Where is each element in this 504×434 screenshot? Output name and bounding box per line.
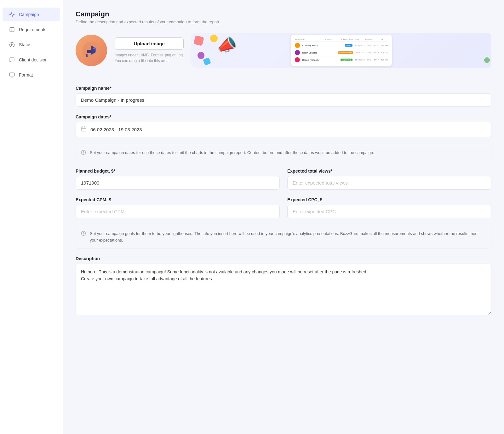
upload-section: Upload image Images under 10MB. Format .… — [76, 33, 491, 68]
expected-cpm-input[interactable] — [76, 205, 280, 218]
expected-views-label: Expected total views* — [287, 168, 491, 174]
svg-rect-6 — [10, 73, 14, 76]
deco-shape-2 — [198, 52, 204, 59]
expected-cpm-group: Expected CPM, $ — [76, 197, 280, 218]
status-icon — [9, 42, 15, 48]
svg-point-4 — [10, 43, 14, 47]
upload-area: Upload image Images under 10MB. Format .… — [115, 37, 184, 64]
expected-views-input[interactable] — [287, 176, 491, 190]
main-content: Campaign Define the description and expe… — [63, 0, 504, 434]
sidebar-item-campaign[interactable]: Campaign — [3, 8, 60, 21]
svg-rect-10 — [87, 50, 92, 54]
svg-rect-14 — [82, 127, 86, 131]
requirements-icon — [9, 26, 15, 33]
campaign-dates-value: 06.02.2023 - 19.03.2023 — [90, 127, 142, 132]
page-subtitle: Define the description and expected resu… — [76, 20, 491, 24]
preview-table: Influencer Status Last contact day Forma… — [291, 35, 392, 66]
sidebar-item-client-decision[interactable]: Client decision — [3, 53, 60, 67]
description-label: Description — [76, 256, 491, 261]
expected-cpc-label: Expected CPC, $ — [287, 197, 491, 202]
sidebar-item-format[interactable]: Format — [3, 68, 60, 82]
deco-shape-5 — [484, 57, 490, 63]
deco-shape-1 — [193, 35, 204, 46]
deco-shape-3 — [203, 57, 211, 66]
format-icon — [9, 72, 15, 78]
svg-marker-5 — [12, 44, 13, 46]
campaign-name-group: Campaign name* — [76, 86, 491, 107]
sidebar-item-campaign-label: Campaign — [19, 12, 39, 17]
planned-budget-group: Planned budget, $* — [76, 168, 280, 190]
preview-banner: 📣 Influencer Status Last contact day For… — [191, 33, 491, 68]
description-group: Description — [76, 256, 491, 317]
campaign-dates-label: Campaign dates* — [76, 114, 491, 119]
sidebar: Campaign Requirements Status Client deci… — [0, 0, 63, 434]
expected-views-group: Expected total views* — [287, 168, 491, 190]
description-textarea[interactable] — [76, 264, 491, 315]
campaign-avatar — [76, 35, 107, 66]
sidebar-item-requirements[interactable]: Requirements — [3, 23, 60, 37]
sidebar-item-client-decision-label: Client decision — [19, 57, 48, 62]
divider — [76, 78, 491, 78]
campaign-dates-group: Campaign dates* 06.02.2023 - 19.03.2023 — [76, 114, 491, 137]
campaign-name-label: Campaign name* — [76, 86, 491, 91]
upload-image-button[interactable]: Upload image — [115, 37, 184, 50]
expected-cpm-label: Expected CPM, $ — [76, 197, 280, 202]
sidebar-item-status[interactable]: Status — [3, 38, 60, 52]
planned-budget-label: Planned budget, $* — [76, 168, 280, 174]
sidebar-item-requirements-label: Requirements — [19, 27, 46, 32]
dates-info-text: Set your campaign dates for use those da… — [90, 150, 374, 156]
cpm-cpc-row: Expected CPM, $ Expected CPC, $ — [76, 197, 491, 226]
sidebar-item-status-label: Status — [19, 42, 32, 47]
svg-rect-12 — [86, 54, 88, 57]
goals-info-text: Set your campaign goals for them to be y… — [90, 231, 486, 244]
budget-views-row: Planned budget, $* Expected total views* — [76, 168, 491, 197]
megaphone-emoji: 📣 — [215, 34, 239, 56]
info-icon — [81, 150, 86, 156]
client-decision-icon — [9, 57, 15, 63]
planned-budget-input[interactable] — [76, 176, 280, 190]
campaign-name-input[interactable] — [76, 93, 491, 107]
svg-point-13 — [93, 48, 95, 49]
expected-cpc-group: Expected CPC, $ — [287, 197, 491, 218]
upload-hint: Images under 10MB. Format .png or .jpg. … — [115, 52, 184, 64]
expected-cpc-input[interactable] — [287, 205, 491, 218]
dates-info-box: Set your campaign dates for use those da… — [76, 145, 491, 161]
goals-info-box: Set your campaign goals for them to be y… — [76, 226, 491, 248]
sidebar-item-format-label: Format — [19, 72, 33, 77]
calendar-icon — [81, 126, 87, 133]
page-title: Campaign — [76, 10, 491, 18]
campaign-dates-input[interactable]: 06.02.2023 - 19.03.2023 — [76, 122, 491, 137]
campaign-icon — [9, 11, 15, 18]
goals-info-icon — [81, 231, 86, 237]
